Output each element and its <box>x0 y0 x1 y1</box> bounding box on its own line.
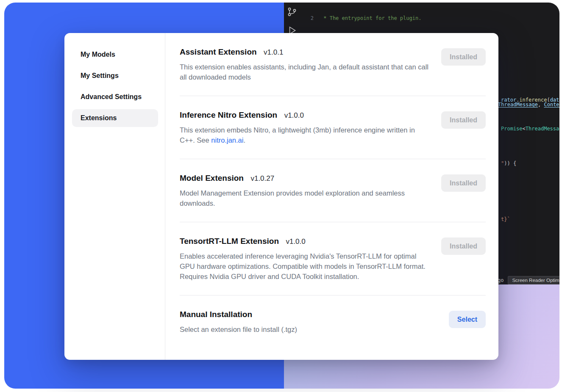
installed-button[interactable]: Installed <box>441 111 486 129</box>
extension-title: Model Extension <box>180 174 244 182</box>
nitro-jan-ai-link[interactable]: nitro.jan.ai <box>211 136 243 144</box>
extensions-panel: Assistant Extension v1.0.1 This extensio… <box>165 33 498 360</box>
installed-button[interactable]: Installed <box>441 237 486 255</box>
sidebar-item-label: My Models <box>81 51 115 58</box>
settings-sidebar: My Models My Settings Advanced Settings … <box>64 33 165 360</box>
extension-title-row: Assistant Extension v1.0.1 <box>180 47 430 57</box>
extension-item: Inference Nitro Extension v1.0.0 This ex… <box>180 96 486 159</box>
screen-reader-badge: Screen Reader Optimize <box>508 276 559 284</box>
extension-description: This extension embeds Nitro, a lightweig… <box>180 125 430 145</box>
code-fragment: rator.inference(data)); <box>501 97 559 103</box>
settings-modal: My Models My Settings Advanced Settings … <box>64 33 498 360</box>
sidebar-item-label: My Settings <box>81 72 119 80</box>
extension-description: This extension enables assistants, inclu… <box>180 62 430 82</box>
line-number: 2 <box>308 15 314 22</box>
code-fragment: Promise<ThreadMessage> <box>501 126 559 132</box>
editor-status-row: go Screen Reader Optimize <box>498 276 559 284</box>
extension-title: TensortRT-LLM Extension <box>180 237 279 246</box>
extension-title-row: Manual Installation <box>180 310 297 319</box>
extension-item: TensortRT-LLM Extension v1.0.0 Enables a… <box>180 222 486 295</box>
description-text: . <box>243 136 245 144</box>
sidebar-item-my-models[interactable]: My Models <box>72 46 158 63</box>
extension-title-row: Model Extension v1.0.27 <box>180 174 430 183</box>
extension-title: Inference Nitro Extension <box>180 110 277 119</box>
status-text: go <box>498 277 504 283</box>
code-fragment: ")) { <box>501 160 516 166</box>
installed-button[interactable]: Installed <box>441 48 486 66</box>
manual-installation-description: Select an extension file to install (.tg… <box>180 324 297 334</box>
installed-button[interactable]: Installed <box>441 174 486 192</box>
extension-title-row: TensortRT-LLM Extension v1.0.0 <box>180 237 430 246</box>
source-control-icon[interactable] <box>286 6 298 18</box>
manual-installation-item: Manual Installation Select an extension … <box>180 295 486 348</box>
extension-version: v1.0.0 <box>284 111 304 119</box>
extension-version: v1.0.27 <box>250 174 274 182</box>
code-text: * The entrypoint for the plugin. <box>320 15 421 22</box>
code-fragment: t}` <box>501 216 510 222</box>
sidebar-item-advanced-settings[interactable]: Advanced Settings <box>72 88 158 106</box>
extension-version: v1.0.1 <box>264 48 283 56</box>
extension-version: v1.0.0 <box>286 237 305 246</box>
sidebar-item-extensions[interactable]: Extensions <box>72 109 158 127</box>
extension-item: Model Extension v1.0.27 Model Management… <box>180 159 486 222</box>
manual-installation-title: Manual Installation <box>180 310 252 319</box>
sidebar-item-label: Extensions <box>81 114 117 122</box>
select-file-button[interactable]: Select <box>449 311 486 328</box>
editor-activity-bar <box>286 6 298 36</box>
extension-item: Assistant Extension v1.0.1 This extensio… <box>180 33 486 96</box>
extension-title-row: Inference Nitro Extension v1.0.0 <box>180 110 430 120</box>
extension-title: Assistant Extension <box>180 47 257 56</box>
extension-description: Model Management Extension provides mode… <box>180 188 430 208</box>
extension-description: Enables accelerated inference leveraging… <box>180 251 430 282</box>
sidebar-item-label: Advanced Settings <box>81 93 142 101</box>
code-line: 2 * The entrypoint for the plugin. <box>308 15 559 22</box>
sidebar-item-my-settings[interactable]: My Settings <box>72 67 158 85</box>
